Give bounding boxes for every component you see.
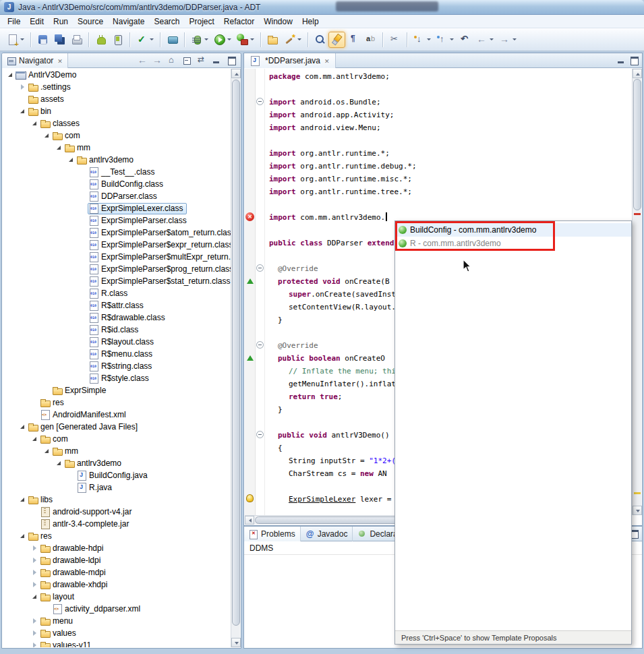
code-line[interactable]: import android.view.Menu; (269, 121, 632, 134)
external-tools-button[interactable] (234, 32, 257, 48)
tree-item[interactable]: ExprSimpleParser$expr_return.class (3, 239, 231, 251)
twistie-expanded-icon[interactable] (42, 445, 51, 457)
format-source-button[interactable] (362, 32, 379, 48)
title-bar[interactable]: J Java - AntlrV3Demo/src/com/mm/antlrv3d… (0, 0, 644, 15)
code-line[interactable]: import org.antlr.runtime.*; (269, 147, 632, 160)
close-icon[interactable] (323, 56, 330, 65)
forward-button[interactable] (496, 32, 519, 48)
code-line[interactable] (269, 198, 632, 211)
tree-item[interactable]: R$attr.class (3, 299, 231, 311)
tree-item[interactable]: antlrv3demo (3, 457, 231, 469)
menu-item-run[interactable]: Run (49, 16, 73, 28)
twistie-collapsed-icon[interactable] (30, 639, 39, 647)
twistie-collapsed-icon[interactable] (30, 554, 39, 566)
avd-manager-button[interactable] (109, 32, 126, 48)
tab-navigator[interactable]: Navigator (2, 53, 68, 68)
twistie-expanded-icon[interactable] (54, 457, 63, 469)
up-level-button[interactable] (165, 53, 179, 69)
debug-button[interactable] (188, 32, 211, 48)
tree-item[interactable]: activity_ddparser.xml (3, 603, 231, 615)
new-android-wizard-button[interactable] (281, 32, 304, 48)
fold-collapse-icon[interactable] (256, 341, 264, 349)
opengl-trace-button[interactable] (164, 32, 181, 48)
code-line[interactable] (269, 134, 632, 147)
twistie-collapsed-icon[interactable] (30, 578, 39, 591)
menu-item-navigate[interactable]: Navigate (108, 16, 149, 28)
menu-item-refactor[interactable]: Refactor (219, 16, 259, 28)
print-button[interactable] (68, 32, 85, 48)
scroll-thumb[interactable] (232, 80, 240, 626)
forward-history-button[interactable] (150, 53, 165, 69)
tree-item[interactable]: com (3, 129, 231, 142)
code-line[interactable]: import org.antlr.runtime.debug.*; (269, 160, 632, 173)
snippets-button[interactable] (386, 32, 403, 48)
warning-overview-tick[interactable] (634, 492, 641, 494)
open-resource-button[interactable] (264, 32, 281, 48)
tree-item[interactable]: R$layout.class (3, 336, 231, 348)
twistie-collapsed-icon[interactable] (30, 615, 39, 627)
menu-item-search[interactable]: Search (149, 16, 184, 28)
tree-item[interactable]: drawable-hdpi (3, 542, 231, 554)
tree-item[interactable]: BuildConfig.class (3, 178, 231, 190)
tree-item[interactable]: R$drawable.class (3, 311, 231, 324)
completion-item[interactable]: R - com.mm.antlrv3demo (395, 237, 631, 250)
save-button[interactable] (34, 32, 51, 48)
tree-item[interactable]: ExprSimpleParser$stat_return.class (3, 275, 231, 287)
tree-item[interactable]: ExprSimpleParser$atom_return.class (3, 227, 231, 239)
tree-item[interactable]: DDParser.class (3, 190, 231, 202)
twistie-collapsed-icon[interactable] (30, 566, 39, 578)
menu-item-source[interactable]: Source (73, 16, 108, 28)
scroll-up-button[interactable] (231, 69, 241, 78)
tree-item[interactable]: antlr-3.4-complete.jar (3, 518, 231, 530)
twistie-collapsed-icon[interactable] (30, 542, 39, 554)
open-type-button[interactable] (312, 32, 328, 48)
menu-item-window[interactable]: Window (259, 16, 297, 28)
navigator-scrollbar[interactable] (231, 69, 240, 647)
tree-item[interactable]: R.java (3, 481, 231, 494)
tree-item[interactable]: drawable-ldpi (3, 554, 231, 566)
code-line[interactable]: import org.antlr.runtime.tree.*; (269, 185, 632, 198)
tree-item[interactable]: antlrv3demo (3, 154, 231, 166)
tree-item[interactable]: libs (3, 494, 231, 506)
tree-item[interactable]: assets (3, 93, 231, 105)
android-sdk-manager-button[interactable] (92, 32, 109, 48)
collapse-all-button[interactable] (180, 53, 194, 69)
twistie-expanded-icon[interactable] (54, 142, 63, 154)
show-whitespace-button[interactable] (345, 32, 362, 48)
tree-item[interactable]: ExprSimple (3, 384, 231, 396)
tree-item[interactable]: AndroidManifest.xml (3, 409, 231, 421)
link-editor-button[interactable] (195, 53, 209, 69)
tree-item[interactable]: drawable-mdpi (3, 566, 231, 578)
maximize-view-button[interactable] (225, 53, 239, 69)
menu-item-project[interactable]: Project (184, 16, 218, 28)
code-line[interactable]: import android.app.Activity; (269, 109, 632, 121)
tree-item[interactable]: menu (3, 615, 231, 627)
fold-collapse-icon[interactable] (256, 264, 264, 272)
twistie-collapsed-icon[interactable] (18, 81, 27, 93)
scroll-up-button[interactable] (633, 69, 642, 78)
menu-item-edit[interactable]: Edit (25, 16, 49, 28)
tree-item[interactable]: layout (3, 591, 231, 603)
completion-item[interactable]: BuildConfig - com.mm.antlrv3demo (395, 223, 631, 237)
close-icon[interactable] (56, 56, 63, 65)
tree-item[interactable]: R.class (3, 287, 231, 299)
tab-javadoc[interactable]: Javadoc (301, 527, 353, 541)
tab-problems[interactable]: Problems (244, 527, 301, 541)
fold-collapse-icon[interactable] (256, 98, 264, 105)
tree-item[interactable]: gen [Generated Java Files] (3, 421, 231, 433)
twistie-expanded-icon[interactable] (66, 154, 76, 166)
tree-item[interactable]: values (3, 627, 231, 639)
minimize-view-button[interactable] (210, 53, 224, 69)
back-button[interactable] (473, 32, 496, 48)
tree-item[interactable]: __Test__.class (3, 166, 231, 178)
tree-item[interactable]: res (3, 530, 231, 542)
twistie-expanded-icon[interactable] (5, 69, 15, 81)
twistie-expanded-icon[interactable] (30, 433, 39, 445)
error-overview-tick[interactable] (634, 213, 641, 215)
menu-item-help[interactable]: Help (297, 16, 324, 28)
twistie-expanded-icon[interactable] (18, 530, 27, 542)
editor-vertical-scrollbar[interactable] (632, 69, 641, 515)
tree-item[interactable]: AntlrV3Demo (3, 69, 231, 81)
tree-item[interactable]: com (3, 433, 231, 445)
code-line[interactable]: import org.antlr.runtime.misc.*; (269, 173, 632, 185)
